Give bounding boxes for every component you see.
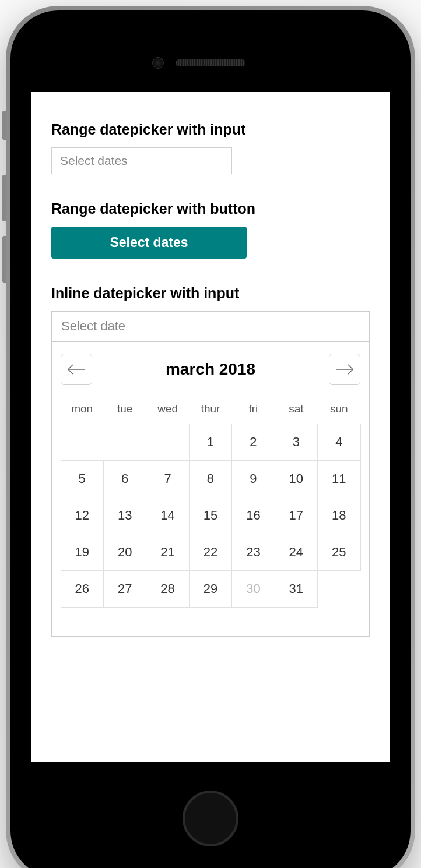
day-cell-29[interactable]: 29 — [189, 570, 232, 608]
section-range-button: Range datepicker with button Select date… — [51, 200, 370, 259]
day-cell-12[interactable]: 12 — [61, 497, 104, 534]
arrow-right-icon — [335, 364, 354, 375]
day-cell-9[interactable]: 9 — [231, 460, 275, 497]
day-cell-18[interactable]: 18 — [317, 497, 360, 534]
day-header-tue: tue — [103, 397, 146, 424]
speaker-grille — [176, 59, 245, 66]
calendar-header: march 2018 — [61, 354, 360, 385]
day-cell-17[interactable]: 17 — [275, 497, 318, 534]
day-cell-22[interactable]: 22 — [189, 534, 232, 571]
day-header-wed: wed — [146, 397, 189, 424]
range-dates-input[interactable] — [51, 147, 232, 174]
day-cell-6[interactable]: 6 — [103, 460, 146, 497]
day-cell-empty — [103, 424, 146, 461]
range-button-title: Range datepicker with button — [51, 200, 370, 217]
day-cell-20[interactable]: 20 — [103, 534, 146, 571]
month-title: march 2018 — [166, 360, 255, 379]
day-cell-11[interactable]: 11 — [317, 460, 360, 497]
day-cell-15[interactable]: 15 — [189, 497, 232, 534]
next-month-button[interactable] — [329, 354, 360, 385]
day-cell-4[interactable]: 4 — [317, 424, 360, 461]
day-cell-26[interactable]: 26 — [61, 570, 104, 608]
day-cell-19[interactable]: 19 — [61, 534, 104, 571]
day-header-sun: sun — [318, 397, 360, 424]
day-cell-27[interactable]: 27 — [103, 570, 146, 608]
day-header-thur: thur — [189, 397, 231, 424]
day-cell-5[interactable]: 5 — [61, 460, 104, 497]
range-input-title: Range datepicker with input — [51, 121, 370, 138]
inline-title: Inline datepicker with input — [51, 285, 370, 302]
section-inline: Inline datepicker with input march 2018 — [51, 285, 370, 637]
side-button-volume-up — [2, 175, 6, 221]
day-cell-23[interactable]: 23 — [231, 534, 275, 571]
day-cell-24[interactable]: 24 — [275, 534, 318, 571]
day-cell-7[interactable]: 7 — [146, 460, 189, 497]
day-cell-1[interactable]: 1 — [189, 424, 232, 461]
day-cell-10[interactable]: 10 — [275, 460, 318, 497]
day-header-mon: mon — [61, 397, 103, 424]
day-cell-21[interactable]: 21 — [146, 534, 189, 571]
day-cell-25[interactable]: 25 — [317, 534, 360, 571]
phone-frame: Range datepicker with input Range datepi… — [6, 6, 415, 868]
day-cell-empty — [61, 424, 104, 461]
day-cell-13[interactable]: 13 — [103, 497, 146, 534]
camera-icon — [152, 57, 164, 69]
day-cell-28[interactable]: 28 — [146, 570, 189, 608]
day-cell-31[interactable]: 31 — [275, 570, 318, 608]
day-cell-empty — [317, 570, 360, 608]
side-button-mute — [2, 111, 6, 140]
day-cell-empty — [146, 424, 189, 461]
screen: Range datepicker with input Range datepi… — [31, 92, 390, 762]
day-cell-8[interactable]: 8 — [189, 460, 232, 497]
day-header-sat: sat — [275, 397, 317, 424]
side-button-volume-down — [2, 236, 6, 283]
day-cell-30: 30 — [231, 570, 275, 608]
day-cell-14[interactable]: 14 — [146, 497, 189, 534]
section-range-input: Range datepicker with input — [51, 121, 370, 174]
calendar-grid: montuewedthurfrisatsun123456789101112131… — [61, 397, 360, 607]
inline-date-input[interactable] — [52, 312, 369, 342]
day-cell-3[interactable]: 3 — [275, 424, 318, 461]
prev-month-button[interactable] — [61, 354, 92, 385]
day-cell-16[interactable]: 16 — [231, 497, 275, 534]
phone-bezel: Range datepicker with input Range datepi… — [10, 10, 411, 868]
day-cell-2[interactable]: 2 — [231, 424, 275, 461]
select-dates-button[interactable]: Select dates — [51, 227, 247, 259]
calendar-body: march 2018 montuewedthurfrisatsun1234567… — [52, 342, 369, 636]
calendar-container: march 2018 montuewedthurfrisatsun1234567… — [51, 311, 370, 637]
arrow-left-icon — [67, 364, 86, 375]
home-button[interactable] — [183, 791, 238, 846]
day-header-fri: fri — [232, 397, 275, 424]
